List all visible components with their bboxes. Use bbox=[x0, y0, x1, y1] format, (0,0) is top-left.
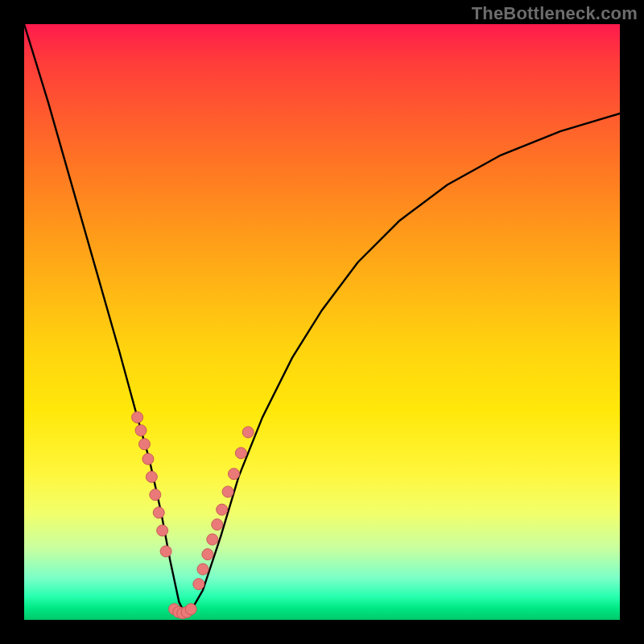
data-dot bbox=[228, 469, 239, 480]
data-dot bbox=[197, 564, 208, 575]
data-dot bbox=[212, 519, 223, 530]
data-dot bbox=[202, 549, 213, 560]
data-dot bbox=[146, 471, 157, 482]
data-dot bbox=[160, 546, 171, 557]
stage: TheBottleneck.com bbox=[0, 0, 644, 644]
data-dot bbox=[132, 411, 143, 423]
data-dot bbox=[142, 453, 154, 464]
dot-layer bbox=[132, 411, 254, 618]
data-dot bbox=[138, 439, 150, 450]
data-dot bbox=[222, 486, 233, 497]
data-dot bbox=[135, 425, 147, 436]
data-dot bbox=[235, 448, 246, 459]
data-dot bbox=[242, 427, 254, 438]
data-dot bbox=[193, 579, 204, 590]
watermark-text: TheBottleneck.com bbox=[472, 3, 638, 24]
bottleneck-curve bbox=[24, 24, 620, 614]
curve-svg bbox=[24, 24, 620, 620]
data-dot bbox=[157, 525, 168, 536]
plot-area bbox=[24, 24, 620, 620]
data-dot bbox=[185, 604, 196, 615]
data-dot bbox=[150, 489, 161, 501]
data-dot bbox=[153, 507, 164, 518]
data-dot bbox=[207, 534, 218, 545]
data-dot bbox=[217, 504, 228, 515]
